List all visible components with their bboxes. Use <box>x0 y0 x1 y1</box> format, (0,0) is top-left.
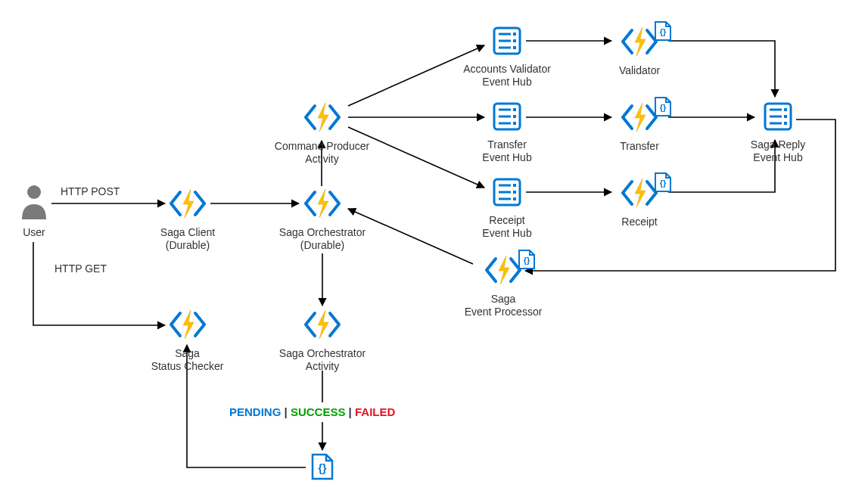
state-document-node <box>309 452 336 485</box>
document-icon <box>517 248 537 271</box>
azure-function-icon <box>168 188 207 219</box>
saga-orchestrator-node: Saga Orchestrator (Durable) <box>272 188 372 253</box>
transfer-fn-label: Transfer <box>605 140 674 154</box>
event-hub-icon <box>492 177 522 207</box>
transfer-eventhub-node: Transfer Event Hub <box>469 101 545 165</box>
accounts-validator-eventhub-label: Accounts Validator Event Hub <box>454 63 560 89</box>
receipt-fn-node: Receipt <box>605 177 674 228</box>
validator-label: Validator <box>605 64 674 78</box>
document-icon <box>653 20 673 42</box>
user-label: User <box>8 226 61 240</box>
saga-client-node: Saga Client (Durable) <box>150 188 226 253</box>
status-pending: PENDING <box>229 405 281 418</box>
http-get-label: HTTP GET <box>54 262 107 275</box>
receipt-eventhub-label: Receipt Event Hub <box>469 214 545 241</box>
document-icon <box>653 171 673 194</box>
transfer-fn-node: Transfer <box>605 101 674 153</box>
saga-status-checker-label: Saga Status Checker <box>144 347 231 374</box>
receipt-eventhub-node: Receipt Event Hub <box>469 177 545 241</box>
saga-status-checker-node: Saga Status Checker <box>144 309 231 374</box>
saga-reply-eventhub-label: Saga Reply Event Hub <box>740 138 816 165</box>
receipt-fn-label: Receipt <box>605 216 674 229</box>
status-failed: FAILED <box>355 405 395 418</box>
saga-orchestrator-label: Saga Orchestrator (Durable) <box>272 226 372 253</box>
azure-function-icon <box>168 309 207 340</box>
azure-function-icon <box>303 101 342 133</box>
diagram-canvas: {} {} <box>0 0 868 503</box>
document-icon <box>653 95 673 118</box>
azure-function-icon <box>303 309 342 340</box>
status-success: SUCCESS <box>291 405 346 418</box>
status-separator: | <box>285 405 291 418</box>
command-producer-activity-label: Command Producer Activity <box>263 140 381 166</box>
status-line: PENDING | SUCCESS | FAILED <box>229 405 395 418</box>
document-icon <box>310 452 334 481</box>
saga-orchestrator-activity-node: Saga Orchestrator Activity <box>272 309 372 374</box>
event-hub-icon <box>492 101 522 132</box>
azure-function-icon <box>303 188 342 219</box>
validator-node: Validator <box>605 26 674 77</box>
saga-reply-eventhub-node: Saga Reply Event Hub <box>740 101 816 165</box>
saga-client-label: Saga Client (Durable) <box>150 226 226 253</box>
connection-lines <box>0 0 868 503</box>
accounts-validator-eventhub-node: Accounts Validator Event Hub <box>454 26 560 89</box>
status-separator: | <box>349 405 355 418</box>
transfer-eventhub-label: Transfer Event Hub <box>469 138 545 165</box>
saga-event-processor-label: Saga Event Processor <box>454 293 552 319</box>
saga-orchestrator-activity-label: Saga Orchestrator Activity <box>272 347 372 374</box>
command-producer-activity-node: Command Producer Activity <box>263 101 381 166</box>
user-node: User <box>8 182 61 239</box>
event-hub-icon <box>492 26 522 56</box>
http-post-label: HTTP POST <box>61 185 120 197</box>
saga-event-processor-node: Saga Event Processor <box>454 254 552 319</box>
user-icon <box>19 182 49 219</box>
event-hub-icon <box>763 101 793 132</box>
